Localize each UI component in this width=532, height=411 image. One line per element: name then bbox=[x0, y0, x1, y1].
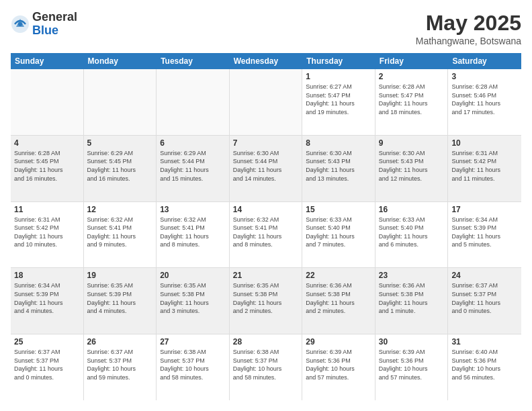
header-thursday: Thursday bbox=[302, 53, 375, 69]
day-num-20: 20 bbox=[160, 271, 226, 280]
calendar-cell-2-2: 13Sunrise: 6:32 AM Sunset: 5:41 PM Dayli… bbox=[157, 202, 230, 268]
calendar-row-1: 4Sunrise: 6:28 AM Sunset: 5:45 PM Daylig… bbox=[11, 136, 521, 202]
calendar-row-4: 25Sunrise: 6:37 AM Sunset: 5:37 PM Dayli… bbox=[11, 334, 521, 400]
calendar-cell-2-1: 12Sunrise: 6:32 AM Sunset: 5:41 PM Dayli… bbox=[84, 202, 157, 268]
day-info-22: Sunrise: 6:36 AM Sunset: 5:38 PM Dayligh… bbox=[306, 281, 371, 315]
calendar-cell-4-1: 26Sunrise: 6:37 AM Sunset: 5:37 PM Dayli… bbox=[84, 334, 157, 400]
header-tuesday: Tuesday bbox=[157, 53, 230, 69]
header-wednesday: Wednesday bbox=[230, 53, 303, 69]
calendar-cell-2-6: 17Sunrise: 6:34 AM Sunset: 5:39 PM Dayli… bbox=[448, 202, 521, 268]
day-info-3: Sunrise: 6:28 AM Sunset: 5:46 PM Dayligh… bbox=[451, 83, 518, 116]
day-info-24: Sunrise: 6:37 AM Sunset: 5:37 PM Dayligh… bbox=[451, 281, 518, 315]
day-num-17: 17 bbox=[451, 205, 518, 214]
day-info-16: Sunrise: 6:33 AM Sunset: 5:40 PM Dayligh… bbox=[379, 216, 445, 249]
day-info-15: Sunrise: 6:33 AM Sunset: 5:40 PM Dayligh… bbox=[306, 216, 371, 249]
day-num-22: 22 bbox=[306, 271, 371, 280]
calendar-cell-1-5: 9Sunrise: 6:30 AM Sunset: 5:43 PM Daylig… bbox=[375, 136, 449, 201]
day-num-13: 13 bbox=[160, 205, 226, 214]
day-num-9: 9 bbox=[379, 138, 445, 148]
calendar-cell-3-1: 19Sunrise: 6:35 AM Sunset: 5:39 PM Dayli… bbox=[84, 268, 157, 334]
calendar-cell-3-6: 24Sunrise: 6:37 AM Sunset: 5:37 PM Dayli… bbox=[448, 268, 521, 334]
calendar-cell-2-5: 16Sunrise: 6:33 AM Sunset: 5:40 PM Dayli… bbox=[375, 202, 449, 268]
calendar-cell-0-5: 2Sunrise: 6:28 AM Sunset: 5:47 PM Daylig… bbox=[375, 69, 449, 135]
calendar-cell-4-0: 25Sunrise: 6:37 AM Sunset: 5:37 PM Dayli… bbox=[11, 334, 84, 400]
day-num-16: 16 bbox=[379, 205, 445, 214]
day-num-5: 5 bbox=[87, 138, 153, 148]
calendar-cell-3-2: 20Sunrise: 6:35 AM Sunset: 5:38 PM Dayli… bbox=[157, 268, 230, 334]
calendar-row-0: 1Sunrise: 6:27 AM Sunset: 5:47 PM Daylig… bbox=[11, 69, 521, 136]
day-num-15: 15 bbox=[306, 205, 371, 214]
calendar-cell-2-4: 15Sunrise: 6:33 AM Sunset: 5:40 PM Dayli… bbox=[302, 202, 375, 268]
day-info-28: Sunrise: 6:38 AM Sunset: 5:37 PM Dayligh… bbox=[233, 348, 299, 381]
calendar-cell-0-2 bbox=[157, 69, 230, 135]
day-info-20: Sunrise: 6:35 AM Sunset: 5:38 PM Dayligh… bbox=[160, 281, 226, 315]
day-num-29: 29 bbox=[306, 337, 371, 347]
day-num-6: 6 bbox=[160, 138, 226, 148]
day-num-3: 3 bbox=[451, 72, 518, 81]
calendar-cell-0-6: 3Sunrise: 6:28 AM Sunset: 5:46 PM Daylig… bbox=[448, 69, 521, 135]
day-num-12: 12 bbox=[87, 205, 153, 214]
day-info-4: Sunrise: 6:28 AM Sunset: 5:45 PM Dayligh… bbox=[14, 149, 80, 183]
header-sunday: Sunday bbox=[11, 53, 84, 69]
day-num-1: 1 bbox=[306, 72, 371, 81]
day-info-27: Sunrise: 6:38 AM Sunset: 5:37 PM Dayligh… bbox=[160, 348, 226, 381]
header-saturday: Saturday bbox=[448, 53, 521, 69]
calendar-cell-4-2: 27Sunrise: 6:38 AM Sunset: 5:37 PM Dayli… bbox=[157, 334, 230, 400]
day-info-10: Sunrise: 6:31 AM Sunset: 5:42 PM Dayligh… bbox=[451, 149, 518, 183]
calendar-row-3: 18Sunrise: 6:34 AM Sunset: 5:39 PM Dayli… bbox=[11, 268, 521, 334]
day-info-1: Sunrise: 6:27 AM Sunset: 5:47 PM Dayligh… bbox=[306, 83, 371, 116]
day-num-26: 26 bbox=[87, 337, 153, 347]
day-info-18: Sunrise: 6:34 AM Sunset: 5:39 PM Dayligh… bbox=[14, 281, 80, 315]
calendar-cell-3-3: 21Sunrise: 6:35 AM Sunset: 5:38 PM Dayli… bbox=[230, 268, 303, 334]
day-num-27: 27 bbox=[160, 337, 226, 347]
logo-blue-text: Blue bbox=[32, 24, 77, 38]
day-num-24: 24 bbox=[451, 271, 518, 280]
day-info-11: Sunrise: 6:31 AM Sunset: 5:42 PM Dayligh… bbox=[14, 216, 80, 249]
day-num-28: 28 bbox=[233, 337, 299, 347]
day-num-14: 14 bbox=[233, 205, 299, 214]
day-info-9: Sunrise: 6:30 AM Sunset: 5:43 PM Dayligh… bbox=[379, 149, 445, 183]
header-friday: Friday bbox=[375, 53, 449, 69]
day-info-31: Sunrise: 6:40 AM Sunset: 5:36 PM Dayligh… bbox=[451, 348, 518, 381]
day-num-19: 19 bbox=[87, 271, 153, 280]
header-monday: Monday bbox=[84, 53, 157, 69]
day-num-31: 31 bbox=[451, 337, 518, 347]
day-info-2: Sunrise: 6:28 AM Sunset: 5:47 PM Dayligh… bbox=[379, 83, 445, 116]
day-info-29: Sunrise: 6:39 AM Sunset: 5:36 PM Dayligh… bbox=[306, 348, 371, 381]
calendar-cell-1-3: 7Sunrise: 6:30 AM Sunset: 5:44 PM Daylig… bbox=[230, 136, 303, 201]
day-info-21: Sunrise: 6:35 AM Sunset: 5:38 PM Dayligh… bbox=[233, 281, 299, 315]
day-num-23: 23 bbox=[379, 271, 445, 280]
day-info-6: Sunrise: 6:29 AM Sunset: 5:44 PM Dayligh… bbox=[160, 149, 226, 183]
calendar-cell-1-2: 6Sunrise: 6:29 AM Sunset: 5:44 PM Daylig… bbox=[157, 136, 230, 201]
calendar-cell-1-1: 5Sunrise: 6:29 AM Sunset: 5:45 PM Daylig… bbox=[84, 136, 157, 201]
calendar-body: 1Sunrise: 6:27 AM Sunset: 5:47 PM Daylig… bbox=[11, 69, 521, 400]
calendar-cell-0-1 bbox=[84, 69, 157, 135]
calendar-cell-3-4: 22Sunrise: 6:36 AM Sunset: 5:38 PM Dayli… bbox=[302, 268, 375, 334]
calendar-cell-0-4: 1Sunrise: 6:27 AM Sunset: 5:47 PM Daylig… bbox=[302, 69, 375, 135]
calendar-cell-4-3: 28Sunrise: 6:38 AM Sunset: 5:37 PM Dayli… bbox=[230, 334, 303, 400]
calendar-cell-1-4: 8Sunrise: 6:30 AM Sunset: 5:43 PM Daylig… bbox=[302, 136, 375, 201]
day-num-11: 11 bbox=[14, 205, 80, 214]
calendar-cell-3-0: 18Sunrise: 6:34 AM Sunset: 5:39 PM Dayli… bbox=[11, 268, 84, 334]
calendar-cell-4-5: 30Sunrise: 6:39 AM Sunset: 5:36 PM Dayli… bbox=[375, 334, 449, 400]
day-info-12: Sunrise: 6:32 AM Sunset: 5:41 PM Dayligh… bbox=[87, 216, 153, 249]
logo-general-text: General bbox=[32, 11, 77, 24]
logo-icon bbox=[11, 15, 30, 34]
day-info-8: Sunrise: 6:30 AM Sunset: 5:43 PM Dayligh… bbox=[306, 149, 371, 183]
calendar-cell-1-6: 10Sunrise: 6:31 AM Sunset: 5:42 PM Dayli… bbox=[448, 136, 521, 201]
day-info-13: Sunrise: 6:32 AM Sunset: 5:41 PM Dayligh… bbox=[160, 216, 226, 249]
day-num-2: 2 bbox=[379, 72, 445, 81]
day-num-10: 10 bbox=[451, 138, 518, 148]
calendar-cell-4-6: 31Sunrise: 6:40 AM Sunset: 5:36 PM Dayli… bbox=[448, 334, 521, 400]
calendar-cell-2-0: 11Sunrise: 6:31 AM Sunset: 5:42 PM Dayli… bbox=[11, 202, 84, 268]
day-info-17: Sunrise: 6:34 AM Sunset: 5:39 PM Dayligh… bbox=[451, 216, 518, 249]
day-num-30: 30 bbox=[379, 337, 445, 347]
logo: General Blue bbox=[11, 11, 77, 38]
calendar: Sunday Monday Tuesday Wednesday Thursday… bbox=[11, 53, 521, 400]
calendar-cell-1-0: 4Sunrise: 6:28 AM Sunset: 5:45 PM Daylig… bbox=[11, 136, 84, 201]
calendar-row-2: 11Sunrise: 6:31 AM Sunset: 5:42 PM Dayli… bbox=[11, 202, 521, 269]
day-num-4: 4 bbox=[14, 138, 80, 148]
svg-point-1 bbox=[18, 22, 22, 26]
day-num-21: 21 bbox=[233, 271, 299, 280]
day-info-23: Sunrise: 6:36 AM Sunset: 5:38 PM Dayligh… bbox=[379, 281, 445, 315]
